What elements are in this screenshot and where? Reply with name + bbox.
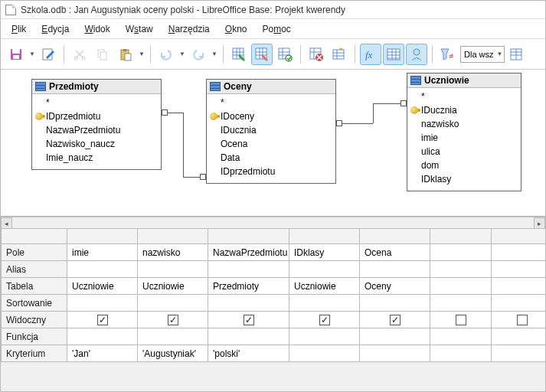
function-button[interactable]: fx bbox=[360, 44, 381, 65]
column-header[interactable] bbox=[430, 229, 492, 244]
grid-cell[interactable] bbox=[492, 261, 546, 278]
column-header[interactable] bbox=[492, 229, 546, 244]
grid-cell[interactable] bbox=[492, 312, 546, 328]
visible-checkbox[interactable] bbox=[168, 315, 178, 325]
relation-line[interactable] bbox=[183, 177, 200, 178]
field-item[interactable]: imie bbox=[410, 131, 518, 145]
table-oceny[interactable]: Oceny *IDocenyIDuczniaOcenaDataIDprzedmi… bbox=[206, 79, 336, 184]
table-header[interactable]: Przedmioty bbox=[32, 80, 161, 94]
column-header[interactable] bbox=[67, 229, 138, 244]
grid-cell[interactable] bbox=[360, 312, 430, 328]
relation-canvas[interactable]: Przedmioty *IDprzedmiotuNazwaPrzedmiotuN… bbox=[1, 70, 545, 217]
table-header[interactable]: Uczniowie bbox=[407, 74, 521, 88]
scroll-right-button[interactable]: ▸ bbox=[534, 217, 545, 229]
redo-dropdown[interactable]: ▼ bbox=[211, 51, 218, 57]
table-przedmioty[interactable]: Przedmioty *IDprzedmiotuNazwaPrzedmiotuN… bbox=[31, 79, 162, 170]
grid-cell[interactable]: Uczniowie bbox=[289, 278, 360, 295]
visible-checkbox[interactable] bbox=[244, 315, 254, 325]
grid-cell[interactable] bbox=[208, 328, 289, 345]
grid-cell[interactable] bbox=[67, 328, 138, 345]
paste-dropdown[interactable]: ▼ bbox=[138, 51, 145, 57]
menu-narzedzia[interactable]: Narzędzia bbox=[161, 22, 217, 36]
grid-cell[interactable] bbox=[430, 312, 492, 328]
grid-cell[interactable] bbox=[138, 328, 208, 345]
grid-cell[interactable]: Uczniowie bbox=[138, 278, 208, 295]
copy-button[interactable] bbox=[92, 44, 113, 65]
relation-line[interactable] bbox=[373, 103, 374, 123]
scroll-left-button[interactable]: ◂ bbox=[1, 217, 12, 229]
alias-button[interactable] bbox=[406, 44, 427, 65]
grid-cell[interactable]: imie bbox=[67, 244, 138, 261]
visible-checkbox[interactable] bbox=[456, 315, 466, 325]
relation-line[interactable] bbox=[183, 113, 184, 177]
grid-cell[interactable] bbox=[138, 295, 208, 312]
grid-cell[interactable] bbox=[289, 295, 360, 312]
grid-cell[interactable]: Uczniowie bbox=[67, 278, 138, 295]
relation-endpoint[interactable] bbox=[200, 174, 206, 180]
grid-cell[interactable] bbox=[430, 345, 492, 362]
column-header[interactable] bbox=[208, 229, 289, 244]
grid-cell[interactable] bbox=[430, 328, 492, 345]
visible-checkbox[interactable] bbox=[319, 315, 330, 325]
grid-cell[interactable]: Przedmioty bbox=[208, 278, 289, 295]
grid-cell[interactable] bbox=[430, 295, 492, 312]
grid-cell[interactable] bbox=[492, 345, 546, 362]
column-header[interactable] bbox=[360, 229, 430, 244]
grid-cell[interactable] bbox=[67, 261, 138, 278]
menu-edycja[interactable]: Edycja bbox=[34, 22, 77, 36]
field-item[interactable]: nazwisko bbox=[410, 117, 518, 131]
grid-cell[interactable]: 'Jan' bbox=[67, 345, 138, 362]
grid-cell[interactable] bbox=[289, 312, 360, 328]
field-item[interactable]: dom bbox=[410, 158, 518, 172]
grid-cell[interactable] bbox=[360, 295, 430, 312]
edit-mode-button[interactable] bbox=[38, 44, 59, 65]
save-dropdown[interactable]: ▼ bbox=[28, 51, 36, 57]
menu-wstaw[interactable]: Wstaw bbox=[118, 22, 161, 36]
field-item[interactable]: IDucznia bbox=[210, 123, 332, 137]
grid-cell[interactable] bbox=[430, 244, 492, 261]
grid-cell[interactable] bbox=[492, 244, 546, 261]
grid-cell[interactable] bbox=[138, 312, 208, 328]
menu-widok[interactable]: Widok bbox=[77, 22, 117, 36]
grid-cell[interactable] bbox=[492, 328, 546, 345]
redo-button[interactable] bbox=[188, 44, 209, 65]
grid-cell[interactable]: Ocena bbox=[360, 244, 430, 261]
grid-cell[interactable] bbox=[67, 312, 138, 328]
grid-cell[interactable] bbox=[360, 345, 430, 362]
grid-cell[interactable]: IDklasy bbox=[289, 244, 360, 261]
grid-cell[interactable] bbox=[138, 261, 208, 278]
grid-cell[interactable] bbox=[492, 278, 546, 295]
distinct-values-button[interactable]: ≠ bbox=[437, 44, 459, 65]
grid-cell[interactable] bbox=[360, 328, 430, 345]
field-item[interactable]: IDprzedmiotu bbox=[35, 109, 158, 123]
limit-combo[interactable]: Dla wsz ▼ bbox=[460, 46, 505, 63]
grid-cell[interactable]: 'Augustyniak' bbox=[138, 345, 208, 362]
grid-cell[interactable] bbox=[208, 261, 289, 278]
cut-button[interactable] bbox=[69, 44, 90, 65]
field-item[interactable]: IDucznia bbox=[410, 103, 518, 117]
relation-line[interactable] bbox=[342, 123, 373, 124]
run-query-button[interactable] bbox=[228, 44, 250, 65]
undo-button[interactable] bbox=[155, 44, 177, 65]
grid-cell[interactable] bbox=[430, 278, 492, 295]
grid-cell[interactable]: nazwisko bbox=[138, 244, 208, 261]
field-item[interactable]: Data bbox=[210, 151, 332, 165]
undo-dropdown[interactable]: ▼ bbox=[178, 51, 186, 57]
field-item[interactable]: Nazwisko_naucz bbox=[35, 137, 158, 151]
visible-checkbox[interactable] bbox=[390, 315, 401, 325]
column-header[interactable] bbox=[138, 229, 208, 244]
relation-line[interactable] bbox=[168, 113, 183, 113]
menu-pomoc[interactable]: Pomoc bbox=[254, 22, 298, 36]
field-item[interactable]: Ocena bbox=[210, 137, 332, 151]
save-button[interactable] bbox=[5, 44, 27, 65]
relation-line[interactable] bbox=[373, 103, 401, 104]
field-item[interactable]: ulica bbox=[410, 145, 518, 158]
menu-okno[interactable]: Okno bbox=[217, 22, 255, 36]
grid-cell[interactable] bbox=[289, 328, 360, 345]
field-item[interactable]: IDprzedmiotu bbox=[210, 165, 332, 178]
delete-table-button[interactable] bbox=[306, 44, 327, 65]
menu-plik[interactable]: Plik bbox=[4, 22, 34, 36]
clear-query-button[interactable] bbox=[251, 44, 273, 65]
sql-view-button[interactable] bbox=[274, 44, 296, 65]
field-item[interactable]: * bbox=[35, 96, 158, 109]
